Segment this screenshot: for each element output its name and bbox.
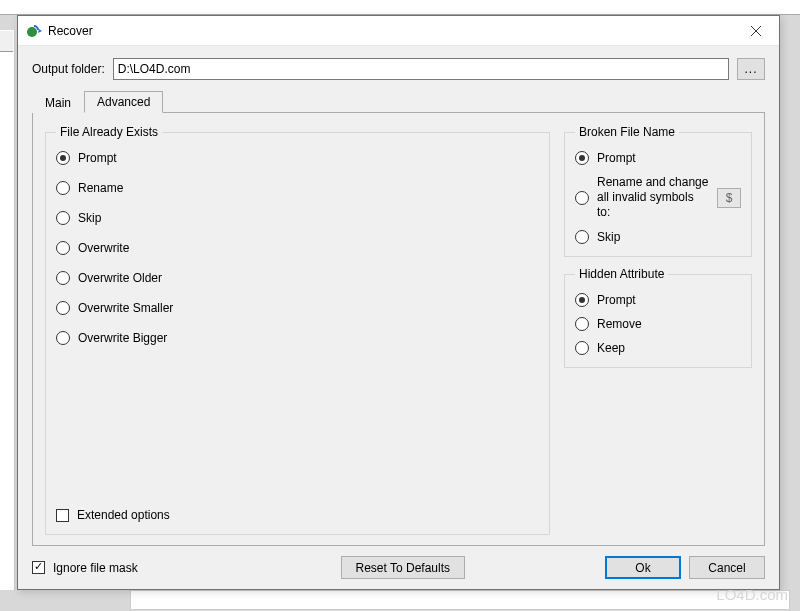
- radio-icon: [56, 331, 70, 345]
- broken-option-rename[interactable]: Rename and change all invalid symbols to…: [575, 175, 741, 220]
- browse-button[interactable]: ...: [737, 58, 765, 80]
- radio-icon: [56, 211, 70, 225]
- ok-button-label: Ok: [635, 561, 650, 575]
- tabs: Main Advanced File Already Exists Prompt: [32, 90, 765, 546]
- group-broken-file-name: Broken File Name Prompt Rename and chang…: [564, 125, 752, 257]
- group-file-already-exists-legend: File Already Exists: [56, 125, 162, 139]
- titlebar: Recover: [18, 16, 779, 46]
- recover-dialog: Recover Output folder: ... Main Advanced: [17, 15, 780, 590]
- group-file-already-exists: File Already Exists Prompt Rename Skip: [45, 125, 550, 535]
- tab-main-label: Main: [45, 96, 71, 110]
- group-hidden-attribute-legend: Hidden Attribute: [575, 267, 668, 281]
- fae-option-label: Skip: [78, 211, 101, 225]
- cancel-button[interactable]: Cancel: [689, 556, 765, 579]
- tab-strip: Main Advanced: [32, 90, 765, 112]
- extended-options-label: Extended options: [77, 508, 170, 522]
- hidden-option-label: Prompt: [597, 293, 636, 307]
- radio-icon: [575, 293, 589, 307]
- reset-defaults-button[interactable]: Reset To Defaults: [341, 556, 466, 579]
- fae-option-label: Overwrite: [78, 241, 129, 255]
- dialog-footer: Ignore file mask Reset To Defaults Ok Ca…: [32, 546, 765, 579]
- fae-option-prompt[interactable]: Prompt: [56, 151, 539, 165]
- broken-option-skip[interactable]: Skip: [575, 230, 741, 244]
- invalid-symbol-input[interactable]: [717, 188, 741, 208]
- tab-panel-advanced: File Already Exists Prompt Rename Skip: [32, 112, 765, 546]
- output-folder-row: Output folder: ...: [32, 58, 765, 80]
- broken-option-prompt[interactable]: Prompt: [575, 151, 741, 165]
- reset-defaults-label: Reset To Defaults: [356, 561, 451, 575]
- fae-option-overwrite-bigger[interactable]: Overwrite Bigger: [56, 331, 539, 345]
- ok-button[interactable]: Ok: [605, 556, 681, 579]
- hidden-option-remove[interactable]: Remove: [575, 317, 741, 331]
- extended-options-checkbox[interactable]: Extended options: [56, 508, 539, 522]
- fae-option-label: Overwrite Bigger: [78, 331, 167, 345]
- checkbox-icon: [32, 561, 45, 574]
- svg-point-0: [27, 27, 37, 37]
- broken-option-label: Rename and change all invalid symbols to…: [597, 175, 709, 220]
- fae-option-overwrite-smaller[interactable]: Overwrite Smaller: [56, 301, 539, 315]
- close-icon: [751, 26, 761, 36]
- cancel-button-label: Cancel: [708, 561, 745, 575]
- checkbox-icon: [56, 509, 69, 522]
- radio-icon: [575, 230, 589, 244]
- radio-icon: [56, 301, 70, 315]
- fae-option-label: Overwrite Older: [78, 271, 162, 285]
- fae-option-overwrite-older[interactable]: Overwrite Older: [56, 271, 539, 285]
- broken-option-label: Skip: [597, 230, 620, 244]
- fae-option-skip[interactable]: Skip: [56, 211, 539, 225]
- tab-main[interactable]: Main: [32, 92, 84, 113]
- radio-icon: [575, 151, 589, 165]
- browse-button-label: ...: [744, 62, 757, 76]
- output-folder-input[interactable]: [113, 58, 729, 80]
- fae-option-label: Prompt: [78, 151, 117, 165]
- fae-option-rename[interactable]: Rename: [56, 181, 539, 195]
- ignore-file-mask-checkbox[interactable]: Ignore file mask: [32, 561, 138, 575]
- radio-icon: [575, 191, 589, 205]
- group-broken-file-name-legend: Broken File Name: [575, 125, 679, 139]
- tab-advanced[interactable]: Advanced: [84, 91, 163, 113]
- hidden-option-label: Keep: [597, 341, 625, 355]
- app-icon: [26, 23, 42, 39]
- radio-icon: [56, 151, 70, 165]
- radio-icon: [56, 181, 70, 195]
- fae-option-label: Overwrite Smaller: [78, 301, 173, 315]
- radio-icon: [56, 271, 70, 285]
- ignore-file-mask-label: Ignore file mask: [53, 561, 138, 575]
- window-title: Recover: [48, 24, 93, 38]
- radio-icon: [575, 317, 589, 331]
- fae-option-overwrite[interactable]: Overwrite: [56, 241, 539, 255]
- tab-advanced-label: Advanced: [97, 95, 150, 109]
- fae-option-label: Rename: [78, 181, 123, 195]
- radio-icon: [575, 341, 589, 355]
- output-folder-label: Output folder:: [32, 62, 105, 76]
- hidden-option-prompt[interactable]: Prompt: [575, 293, 741, 307]
- client-area: Output folder: ... Main Advanced File Al…: [18, 46, 779, 589]
- close-button[interactable]: [733, 16, 779, 46]
- hidden-option-label: Remove: [597, 317, 642, 331]
- group-hidden-attribute: Hidden Attribute Prompt Remove Keep: [564, 267, 752, 368]
- radio-icon: [56, 241, 70, 255]
- hidden-option-keep[interactable]: Keep: [575, 341, 741, 355]
- broken-option-label: Prompt: [597, 151, 636, 165]
